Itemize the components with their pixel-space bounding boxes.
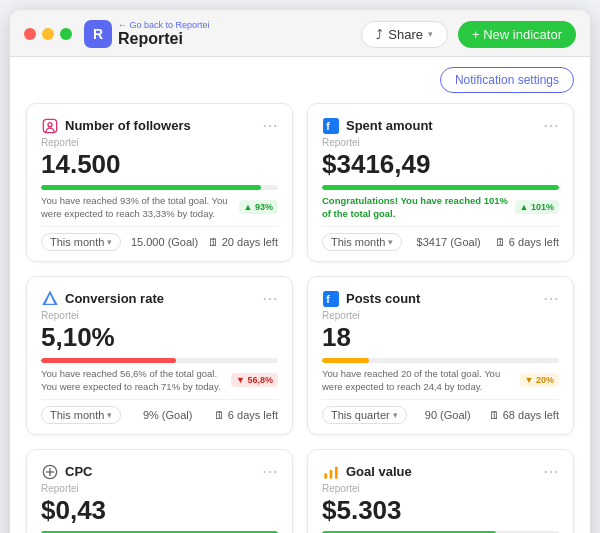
followers-icon [41,117,59,135]
share-button[interactable]: ⤴ Share ▾ [361,21,448,48]
main-content: Notification settings Number of follower… [10,57,590,533]
chevron-down-icon: ▾ [107,410,112,420]
card-title-row: CPC [41,463,92,481]
card-source: Reportei [322,483,559,494]
progress-badge: ▲ 93% [239,200,278,215]
card-title: CPC [65,464,92,479]
calendar-icon: 🗓 [489,409,500,421]
header-right: ⤴ Share ▾ + New indicator [361,21,576,48]
card-footer: This month ▾ 15.000 (Goal) 🗓 20 days lef… [41,226,278,251]
card-spent: f Spent amount ⋯ Reportei $3416,49 Congr… [307,103,574,262]
period-selector[interactable]: This month ▾ [322,233,402,251]
card-value: $3416,49 [322,150,559,179]
app-header-left: R ← Go back to Reportei Reportei [84,20,210,48]
app-header-info: ← Go back to Reportei Reportei [118,20,210,48]
card-header: Number of followers ⋯ [41,116,278,135]
period-label: This month [50,409,104,421]
svg-text:f: f [326,293,330,305]
svg-rect-2 [323,118,339,134]
period-selector[interactable]: This month ▾ [41,233,121,251]
cpc-icon [41,463,59,481]
days-left: 🗓 68 days left [489,409,559,421]
app-window: R ← Go back to Reportei Reportei ⤴ Share… [10,10,590,533]
progress-badge: ▲ 101% [515,200,559,215]
card-menu-button[interactable]: ⋯ [543,116,559,135]
cards-grid: Number of followers ⋯ Reportei 14.500 Yo… [26,103,574,533]
days-left: 🗓 6 days left [214,409,278,421]
back-link[interactable]: ← Go back to Reportei [118,20,210,30]
card-header: f Spent amount ⋯ [322,116,559,135]
card-menu-button[interactable]: ⋯ [543,289,559,308]
notification-settings-button[interactable]: Notification settings [440,67,574,93]
card-header: CPC ⋯ [41,462,278,481]
card-header: Goal value ⋯ [322,462,559,481]
title-bar: R ← Go back to Reportei Reportei ⤴ Share… [10,10,590,57]
period-label: This month [50,236,104,248]
card-value: $5.303 [322,496,559,525]
spent-icon: f [322,117,340,135]
card-header: f Posts count ⋯ [322,289,559,308]
card-desc: You have reached 93% of the total goal. … [41,194,278,221]
progress-bar [41,358,176,363]
card-description: You have reached 20 of the total goal. Y… [322,367,520,394]
app-logo: R [84,20,112,48]
app-title: Reportei [118,30,210,48]
card-menu-button[interactable]: ⋯ [262,289,278,308]
svg-text:f: f [326,120,330,132]
posts-icon: f [322,290,340,308]
progress-bar [41,185,261,190]
card-title: Number of followers [65,118,191,133]
card-cpc: CPC ⋯ Reportei $0,43 Congratulations! Yo… [26,449,293,533]
period-selector[interactable]: This month ▾ [41,406,121,424]
card-title: Spent amount [346,118,433,133]
calendar-icon: 🗓 [214,409,225,421]
card-menu-button[interactable]: ⋯ [543,462,559,481]
goal-value-icon [322,463,340,481]
card-source: Reportei [41,137,278,148]
card-followers: Number of followers ⋯ Reportei 14.500 Yo… [26,103,293,262]
goal-label: 9% (Goal) [143,409,193,421]
card-menu-button[interactable]: ⋯ [262,116,278,135]
svg-rect-13 [335,467,338,479]
card-value: 5,10% [41,323,278,352]
card-conversion: Conversion rate ⋯ Reportei 5,10% You hav… [26,276,293,435]
progress-bar [322,185,559,190]
traffic-lights [24,28,72,40]
card-title-row: f Posts count [322,290,420,308]
days-label: 20 days left [222,236,278,248]
progress-bar-wrap [322,358,559,363]
period-selector[interactable]: This quarter ▾ [322,406,407,424]
card-footer: This month ▾ $3417 (Goal) 🗓 6 days left [322,226,559,251]
period-label: This month [331,236,385,248]
goal-label: $3417 (Goal) [417,236,481,248]
progress-bar-wrap [41,185,278,190]
minimize-button[interactable] [42,28,54,40]
progress-bar [322,358,369,363]
card-value: 14.500 [41,150,278,179]
close-button[interactable] [24,28,36,40]
svg-rect-6 [323,291,339,307]
card-source: Reportei [41,310,278,321]
maximize-button[interactable] [60,28,72,40]
chevron-down-icon: ▾ [107,237,112,247]
days-label: 68 days left [503,409,559,421]
new-indicator-button[interactable]: + New indicator [458,21,576,48]
card-title-row: f Spent amount [322,117,433,135]
card-source: Reportei [322,137,559,148]
card-title-row: Conversion rate [41,290,164,308]
card-source: Reportei [322,310,559,321]
card-congratulations: Congratulations! You have reached 101% o… [322,194,515,221]
progress-badge: ▼ 20% [520,373,559,388]
card-title: Goal value [346,464,412,479]
card-title-row: Goal value [322,463,412,481]
goal-label: 90 (Goal) [425,409,471,421]
calendar-icon: 🗓 [495,236,506,248]
card-posts: f Posts count ⋯ Reportei 18 You have rea… [307,276,574,435]
progress-bar-wrap [322,185,559,190]
conversion-icon [41,290,59,308]
top-bar: Notification settings [26,67,574,93]
progress-bar-wrap [41,358,278,363]
days-label: 6 days left [509,236,559,248]
card-menu-button[interactable]: ⋯ [262,462,278,481]
card-value: 18 [322,323,559,352]
